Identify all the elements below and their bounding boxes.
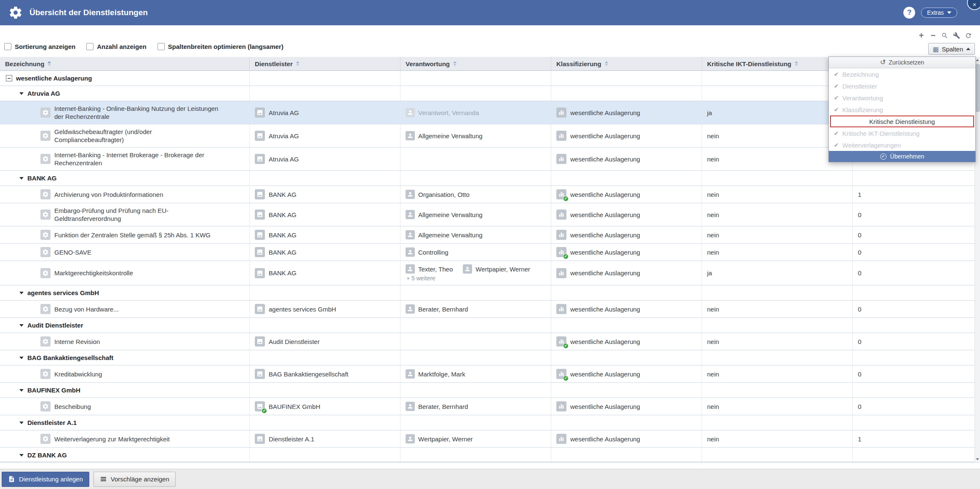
column-header-dienstleister[interactable]: Dienstleister (249, 57, 400, 70)
service-name: Archivierung von Produktinformationen (54, 191, 163, 199)
collapse-triangle-icon[interactable] (19, 454, 24, 457)
sort-carets-icon[interactable] (795, 61, 798, 66)
group-name: BANK AG (27, 175, 56, 182)
checkbox-label: Anzahl anzeigen (97, 43, 147, 50)
columns-button-label: Spalten (942, 46, 963, 53)
column-option-kritische-ikt-dienstleistung[interactable]: ✔Kritische IKT-Dienstleistung (829, 127, 975, 139)
zoom-out-icon[interactable]: − (929, 31, 937, 40)
service-icon (40, 336, 51, 347)
group-row-dz-bank-ag[interactable]: DZ BANK AG (0, 448, 980, 463)
person-chip: Allgemeine Verwaltung (406, 210, 483, 219)
service-row[interactable]: Archivierung von ProduktinformationenBAN… (0, 186, 980, 203)
column-option-label: Dienstleister (842, 83, 877, 90)
provider-name: agentes services GmbH (269, 305, 336, 313)
collapse-triangle-icon[interactable] (19, 422, 24, 424)
column-header-klassifizierung[interactable]: Klassifizierung (551, 57, 702, 70)
sort-carets-icon[interactable] (453, 61, 457, 66)
column-option-bezeichnung[interactable]: ✔Bezeichnung (829, 68, 975, 80)
columns-dropdown-list: ✔Bezeichnung✔Dienstleister✔Verantwortung… (829, 68, 975, 151)
collapse-minus-icon[interactable] (6, 75, 12, 81)
scroll-down-arrow[interactable] (975, 456, 980, 462)
refresh-icon[interactable] (964, 31, 972, 40)
collapse-triangle-icon[interactable] (19, 389, 24, 392)
service-icon (40, 131, 51, 141)
service-row[interactable]: Interne RevisionAudit Dienstleister✔wese… (0, 333, 980, 350)
reset-icon: ↺ (880, 59, 886, 66)
verified-badge-icon: ✔ (563, 196, 569, 202)
extras-label: Extras (927, 9, 944, 16)
group-name: DZ BANK AG (27, 451, 67, 459)
person-name: Wertpapier, Werner (418, 435, 473, 443)
weiterverlagerungen-count: 0 (858, 305, 861, 313)
person-icon (463, 264, 472, 274)
column-option-kritische-dienstleistung[interactable]: Kritische Dienstleistung (830, 116, 974, 127)
person-icon (406, 264, 415, 274)
checkbox-icon[interactable] (4, 43, 11, 50)
service-row[interactable]: Embargo-Prüfung und Prüfung nach EU-Geld… (0, 203, 980, 226)
toolbar-checkbox-spaltenbreiten-optimieren-langsamer[interactable]: Spaltenbreiten optimieren (langsamer) (158, 43, 283, 50)
sort-carets-icon[interactable] (296, 61, 299, 66)
verified-badge-icon: ✔ (563, 376, 569, 381)
persons-line: Berater, Bernhard (406, 304, 468, 314)
apply-columns-button[interactable]: ✔ Übernehmen (829, 151, 975, 162)
classification-icon (556, 230, 566, 240)
reset-columns-button[interactable]: ↺ Zurücksetzen (829, 57, 975, 68)
column-header-verantwortung[interactable]: Verantwortung (400, 57, 551, 70)
person-chip: Allgemeine Verwaltung (406, 131, 483, 140)
column-option-label: Kritische IKT-Dienstleistung (842, 130, 919, 137)
provider-name: Atruvia AG (269, 155, 299, 163)
toolbar-checkbox-sortierung-anzeigen[interactable]: Sortierung anzeigen (4, 43, 75, 50)
service-row[interactable]: Funktion der Zentralen Stelle gemäß § 25… (0, 226, 980, 244)
collapse-triangle-icon[interactable] (19, 92, 24, 95)
group-row-bank-ag[interactable]: BANK AG (0, 171, 980, 186)
checkbox-icon[interactable] (86, 43, 93, 50)
critical-ikt-value: nein (707, 435, 719, 443)
group-row-bag-bankaktiengesellschaft[interactable]: BAG Bankaktiengesellschaft (0, 350, 980, 365)
column-option-verantwortung[interactable]: ✔Verantwortung (829, 92, 975, 104)
service-name: Internet-Banking - Internet Brokerage - … (54, 151, 223, 167)
create-service-button[interactable]: Dienstleistung anlegen (2, 472, 89, 487)
group-row-agentes-services-gmbh[interactable]: agentes services GmbH (0, 285, 980, 301)
extras-button[interactable]: Extras (921, 8, 957, 18)
columns-button[interactable]: ▦ Spalten (928, 43, 975, 55)
service-row[interactable]: Bescheibung✔BAUFINEX GmbHBerater, Bernha… (0, 398, 980, 415)
provider-name: BANK AG (269, 248, 296, 256)
collapse-triangle-icon[interactable] (19, 177, 24, 180)
sort-carets-icon[interactable] (48, 61, 51, 66)
column-header-bezeichnung[interactable]: Bezeichnung (0, 57, 249, 70)
critical-ikt-value: nein (707, 191, 719, 199)
service-row[interactable]: Bezug von Hardware...agentes services Gm… (0, 301, 980, 318)
checkbox-icon[interactable] (158, 43, 165, 50)
critical-ikt-value: nein (707, 305, 719, 313)
service-row[interactable]: GENO-SAVEBANK AGControlling✔wesentliche … (0, 244, 980, 261)
weiterverlagerungen-count: 1 (858, 435, 861, 443)
service-name: Internet-Banking - Online-Banking Nutzun… (54, 105, 223, 121)
critical-ikt-value: nein (707, 248, 719, 256)
collapse-triangle-icon[interactable] (19, 324, 24, 327)
group-row-baufinex-gmbh[interactable]: BAUFINEX GmbH (0, 383, 980, 398)
column-option-weiterverlagerungen[interactable]: ✔Weiterverlagerungen (829, 139, 975, 151)
scrollbar-thumb[interactable] (975, 64, 980, 112)
show-suggestions-button[interactable]: Vorschläge anzeigen (93, 472, 176, 487)
service-icon (40, 247, 51, 257)
zoom-in-icon[interactable]: + (917, 31, 925, 40)
column-option-klassifizierung[interactable]: ✔Klassifizierung (829, 104, 975, 116)
help-button[interactable]: ? (903, 7, 915, 19)
person-name: Organisation, Otto (418, 191, 470, 199)
check-icon: ✔ (834, 71, 842, 78)
collapse-triangle-icon[interactable] (19, 357, 24, 359)
service-row[interactable]: Weiterverlagerung zur Marktgerechtigkeit… (0, 430, 980, 448)
wrench-icon[interactable] (953, 31, 961, 40)
collapse-triangle-icon[interactable] (19, 292, 24, 294)
service-row[interactable]: MarktgerechtigkeitskontrolleBANK AGTexte… (0, 261, 980, 285)
service-row[interactable]: KreditabwicklungBAG Bankaktiengesellscha… (0, 365, 980, 383)
grid-icon: ▦ (933, 46, 939, 52)
group-row-dienstleister-a-1[interactable]: Dienstleister A.1 (0, 415, 980, 430)
toolbar-checkbox-anzahl-anzeigen[interactable]: Anzahl anzeigen (86, 43, 147, 50)
column-option-dienstleister[interactable]: ✔Dienstleister (829, 80, 975, 92)
sort-carets-icon[interactable] (605, 61, 608, 66)
group-row-audit-dienstleister[interactable]: Audit Dienstleister (0, 318, 980, 333)
critical-ikt-value: nein (707, 155, 719, 163)
search-icon[interactable] (941, 31, 949, 40)
classification-label: wesentliche Auslagerung (570, 155, 640, 163)
